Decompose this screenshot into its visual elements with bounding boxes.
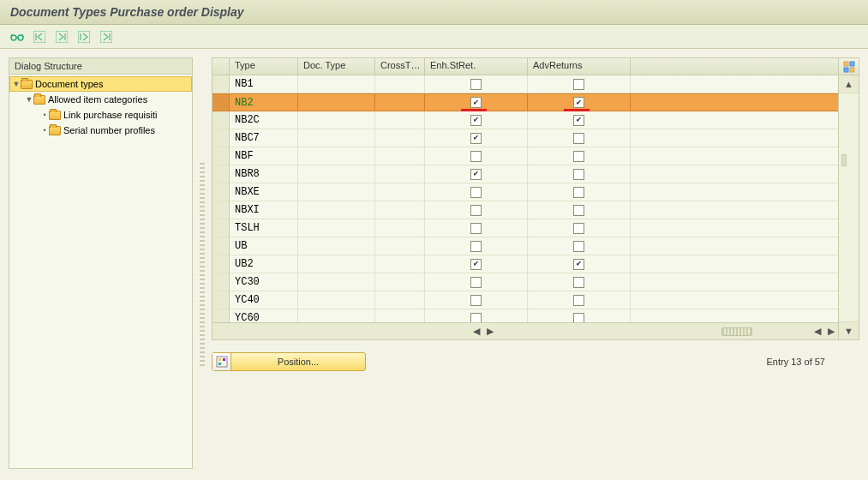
cell-enh[interactable]	[425, 273, 528, 291]
table-row[interactable]: UB	[213, 237, 838, 255]
row-selector[interactable]	[213, 129, 230, 147]
row-selector[interactable]	[213, 201, 230, 219]
checkbox-icon[interactable]	[470, 241, 482, 252]
next-page-icon[interactable]	[75, 28, 93, 45]
cell-enh[interactable]	[425, 201, 528, 219]
tree-node-3[interactable]: •Serial number profiles	[9, 123, 192, 138]
last-page-icon[interactable]	[98, 28, 115, 45]
vscroll-track[interactable]	[839, 93, 859, 322]
checkbox-icon[interactable]	[470, 151, 482, 162]
checkbox-icon[interactable]	[573, 79, 584, 90]
prev-page-icon[interactable]	[53, 28, 70, 45]
col-adv[interactable]: AdvReturns	[528, 58, 631, 75]
vscroll-down-icon[interactable]: ▼	[839, 322, 859, 339]
tree-twisty-icon[interactable]: ▼	[25, 95, 33, 104]
cell-enh[interactable]	[425, 183, 528, 201]
cell-adv[interactable]	[528, 165, 631, 183]
row-selector[interactable]	[213, 255, 230, 273]
table-row[interactable]: NB2C	[213, 111, 838, 129]
row-selector[interactable]	[213, 273, 230, 291]
row-selector[interactable]	[213, 94, 230, 111]
checkbox-icon[interactable]	[573, 115, 584, 126]
hscroll-track[interactable]	[497, 327, 715, 336]
cell-adv[interactable]	[528, 273, 631, 291]
cell-enh[interactable]	[425, 147, 528, 165]
hscroll-handle[interactable]	[721, 327, 752, 336]
checkbox-icon[interactable]	[573, 169, 584, 180]
cell-adv[interactable]	[528, 255, 631, 273]
checkbox-icon[interactable]	[573, 97, 584, 108]
hscroll-right-icon[interactable]: ▶	[483, 326, 497, 337]
hscroll-right2-icon[interactable]: ▶	[824, 326, 838, 337]
cell-adv[interactable]	[528, 111, 631, 129]
table-row[interactable]: NBF	[213, 147, 838, 165]
table-settings-icon[interactable]	[839, 58, 859, 75]
vscroll-thumb[interactable]	[841, 154, 847, 166]
cell-adv[interactable]	[528, 219, 631, 237]
checkbox-icon[interactable]	[470, 79, 482, 90]
cell-adv[interactable]	[528, 129, 631, 147]
checkbox-icon[interactable]	[573, 259, 584, 270]
checkbox-icon[interactable]	[573, 223, 584, 234]
row-selector[interactable]	[213, 75, 230, 93]
first-page-icon[interactable]	[31, 28, 48, 45]
tree-node-1[interactable]: ▼Allowed item categories	[9, 92, 192, 107]
row-selector[interactable]	[213, 165, 230, 183]
table-row[interactable]: YC40	[213, 291, 838, 309]
cell-enh[interactable]	[425, 219, 528, 237]
checkbox-icon[interactable]	[573, 295, 584, 306]
row-selector[interactable]	[213, 291, 230, 309]
checkbox-icon[interactable]	[470, 313, 482, 323]
checkbox-icon[interactable]	[470, 259, 482, 270]
tree-node-0[interactable]: ▼Document types	[9, 76, 192, 92]
checkbox-icon[interactable]	[573, 277, 584, 288]
cell-enh[interactable]	[425, 111, 528, 129]
splitter-handle[interactable]	[200, 160, 205, 366]
checkbox-icon[interactable]	[470, 115, 482, 126]
checkbox-icon[interactable]	[573, 205, 584, 216]
hscroll-left-icon[interactable]: ◀	[470, 326, 483, 337]
tree-node-2[interactable]: •Link purchase requisiti	[9, 107, 192, 123]
checkbox-icon[interactable]	[470, 97, 482, 108]
row-selector[interactable]	[213, 309, 230, 322]
table-row[interactable]: UB2	[213, 255, 838, 273]
col-select[interactable]	[213, 58, 230, 75]
cell-adv[interactable]	[528, 237, 631, 255]
cell-adv[interactable]	[528, 183, 631, 201]
checkbox-icon[interactable]	[470, 223, 482, 234]
checkbox-icon[interactable]	[573, 241, 584, 252]
checkbox-icon[interactable]	[573, 151, 584, 162]
cell-enh[interactable]	[425, 75, 528, 93]
checkbox-icon[interactable]	[470, 295, 482, 306]
cell-enh[interactable]	[425, 291, 528, 309]
col-cross[interactable]: CrossT…	[375, 58, 425, 75]
cell-adv[interactable]	[528, 147, 631, 165]
checkbox-icon[interactable]	[470, 187, 482, 198]
cell-adv[interactable]	[528, 75, 631, 93]
col-doctype[interactable]: Doc. Type	[298, 58, 375, 75]
table-row[interactable]: YC30	[213, 273, 838, 291]
table-row[interactable]: NB2	[213, 93, 838, 111]
checkbox-icon[interactable]	[573, 313, 584, 323]
row-selector[interactable]	[213, 147, 230, 165]
row-selector[interactable]	[213, 237, 230, 255]
cell-enh[interactable]	[425, 129, 528, 147]
cell-adv[interactable]	[528, 291, 631, 309]
hscroll-left2-icon[interactable]: ◀	[811, 326, 824, 337]
table-row[interactable]: NBXI	[213, 201, 838, 219]
table-row[interactable]: NBR8	[213, 165, 838, 183]
table-row[interactable]: YC60	[213, 309, 838, 322]
cell-enh[interactable]	[425, 255, 528, 273]
checkbox-icon[interactable]	[470, 133, 482, 144]
cell-adv[interactable]	[528, 309, 631, 322]
checkbox-icon[interactable]	[573, 133, 584, 144]
table-row[interactable]: TSLH	[213, 219, 838, 237]
table-row[interactable]: NBXE	[213, 183, 838, 201]
row-selector[interactable]	[213, 219, 230, 237]
tree-twisty-icon[interactable]: •	[40, 126, 49, 135]
tree-twisty-icon[interactable]: •	[40, 111, 49, 119]
cell-enh[interactable]	[425, 309, 528, 322]
cell-adv[interactable]	[528, 201, 631, 219]
tree-twisty-icon[interactable]: ▼	[12, 80, 21, 88]
table-row[interactable]: NB1	[213, 75, 838, 93]
